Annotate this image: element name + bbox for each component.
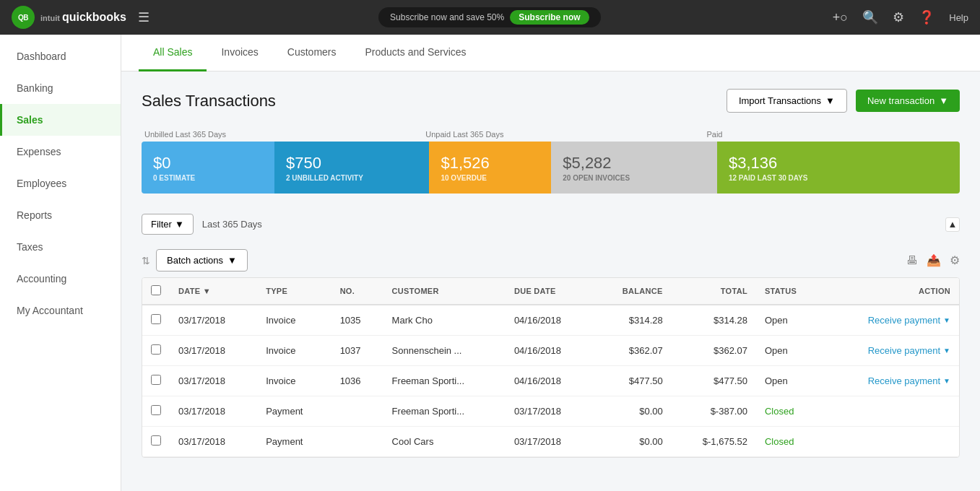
card-overdue[interactable]: $1,526 10 OVERDUE xyxy=(429,142,551,194)
cell-action: Receive payment ▼ xyxy=(823,305,959,336)
logo-icon: QB xyxy=(12,6,35,29)
cell-customer: Cool Cars xyxy=(383,427,506,457)
tab-invoices[interactable]: Invoices xyxy=(207,35,272,71)
top-nav-right: +○ 🔍 ⚙ ❓ Help xyxy=(833,9,968,25)
content-area: Sales Transactions Import Transactions ▼… xyxy=(121,71,980,475)
sort-icon[interactable]: ⇅ xyxy=(142,255,150,266)
filter-arrow-icon: ▼ xyxy=(175,219,184,230)
hamburger-menu[interactable]: ☰ xyxy=(138,9,149,25)
cell-date: 03/17/2018 xyxy=(170,336,257,366)
main-layout: Dashboard Banking Sales Expenses Employe… xyxy=(0,35,980,491)
add-icon[interactable]: +○ xyxy=(833,10,848,25)
cell-balance: $477.50 xyxy=(593,366,672,396)
card-unbilled[interactable]: $750 2 UNBILLED ACTIVITY xyxy=(274,142,429,194)
row-checkbox[interactable] xyxy=(151,344,161,355)
sidebar-item-banking[interactable]: Banking xyxy=(0,72,121,104)
receive-payment-action[interactable]: Receive payment ▼ xyxy=(868,375,950,386)
sidebar-item-my-accountant[interactable]: My Accountant xyxy=(0,295,121,326)
cell-type: Invoice xyxy=(257,305,331,336)
sidebar-item-dashboard[interactable]: Dashboard xyxy=(0,40,121,72)
tabs-bar: All Sales Invoices Customers Products an… xyxy=(121,35,980,71)
sidebar-item-reports[interactable]: Reports xyxy=(0,199,121,231)
card-overdue-label: 10 OVERDUE xyxy=(441,174,539,182)
card-estimate[interactable]: $0 0 ESTIMATE xyxy=(142,142,274,194)
col-due-date: DUE DATE xyxy=(506,278,593,305)
row-checkbox-cell[interactable] xyxy=(142,366,170,396)
sidebar-item-employees[interactable]: Employees xyxy=(0,168,121,199)
cell-no: 1035 xyxy=(331,305,383,336)
filter-row: Filter ▼ Last 365 Days ▲ xyxy=(142,214,960,235)
print-icon[interactable]: 🖶 xyxy=(906,254,918,267)
card-open-invoices[interactable]: $5,282 20 OPEN INVOICES xyxy=(551,142,717,194)
sidebar-item-sales[interactable]: Sales xyxy=(0,104,121,136)
cell-action: Receive payment ▼ xyxy=(823,366,959,396)
cell-type: Invoice xyxy=(257,366,331,396)
col-balance: BALANCE xyxy=(593,278,672,305)
cell-no xyxy=(331,396,383,427)
table-body: 03/17/2018 Invoice 1035 Mark Cho 04/16/2… xyxy=(142,305,959,457)
batch-actions-button[interactable]: Batch actions ▼ xyxy=(156,249,248,271)
help-label[interactable]: Help xyxy=(949,12,968,23)
new-transaction-button[interactable]: New transaction ▼ xyxy=(856,90,960,112)
row-checkbox[interactable] xyxy=(151,375,161,385)
card-overdue-amount: $1,526 xyxy=(441,154,539,173)
batch-arrow-icon: ▼ xyxy=(227,255,237,266)
cell-type: Payment xyxy=(257,396,331,427)
sidebar-item-accounting[interactable]: Accounting xyxy=(0,263,121,295)
logo-area: QB intuit quickbooks xyxy=(12,6,126,29)
card-paid[interactable]: $3,136 12 PAID LAST 30 DAYS xyxy=(717,142,960,194)
collapse-button[interactable]: ▲ xyxy=(945,217,960,232)
tab-all-sales[interactable]: All Sales xyxy=(139,35,207,71)
receive-payment-action[interactable]: Receive payment ▼ xyxy=(868,315,950,326)
action-chevron-icon: ▼ xyxy=(943,377,950,385)
filter-period: Last 365 Days xyxy=(202,219,262,230)
gear-icon[interactable]: ⚙ xyxy=(893,9,904,25)
row-checkbox[interactable] xyxy=(151,405,161,415)
dropdown-arrow-icon: ▼ xyxy=(939,95,948,106)
row-checkbox-cell[interactable] xyxy=(142,427,170,457)
cell-customer: Freeman Sporti... xyxy=(383,366,506,396)
cell-status: Open xyxy=(756,366,823,396)
tab-customers[interactable]: Customers xyxy=(273,35,351,71)
col-date[interactable]: DATE ▼ xyxy=(170,278,257,305)
import-transactions-button[interactable]: Import Transactions ▼ xyxy=(727,89,847,113)
table-toolbar-left: ⇅ Batch actions ▼ xyxy=(142,249,248,271)
filter-button[interactable]: Filter ▼ xyxy=(142,214,194,235)
summary-labels: Unbilled Last 365 Days Unpaid Last 365 D… xyxy=(142,130,960,139)
col-customer: CUSTOMER xyxy=(383,278,506,305)
cell-balance: $314.28 xyxy=(593,305,672,336)
cell-total: $314.28 xyxy=(672,305,756,336)
row-checkbox[interactable] xyxy=(151,314,161,324)
export-icon[interactable]: 📤 xyxy=(927,253,941,267)
row-checkbox-cell[interactable] xyxy=(142,305,170,336)
row-checkbox-cell[interactable] xyxy=(142,336,170,366)
cell-type: Invoice xyxy=(257,336,331,366)
sidebar-item-expenses[interactable]: Expenses xyxy=(0,136,121,168)
action-chevron-icon: ▼ xyxy=(943,316,950,324)
cell-date: 03/17/2018 xyxy=(170,305,257,336)
cell-total: $477.50 xyxy=(672,366,756,396)
transactions-table-container: DATE ▼ TYPE NO. CUSTOMER DUE DATE BALANC… xyxy=(142,277,960,458)
cell-action xyxy=(823,396,959,427)
card-estimate-amount: $0 xyxy=(153,154,263,173)
cell-customer: Mark Cho xyxy=(383,305,506,336)
row-checkbox[interactable] xyxy=(151,435,161,446)
row-checkbox-cell[interactable] xyxy=(142,396,170,427)
cell-status: Open xyxy=(756,305,823,336)
svg-text:QB: QB xyxy=(18,14,28,22)
receive-payment-action[interactable]: Receive payment ▼ xyxy=(868,345,950,356)
header-select-all[interactable] xyxy=(142,278,170,305)
sidebar-item-taxes[interactable]: Taxes xyxy=(0,231,121,263)
col-status: STATUS xyxy=(756,278,823,305)
select-all-checkbox[interactable] xyxy=(151,285,161,295)
help-icon[interactable]: ❓ xyxy=(919,9,935,25)
cell-date: 03/17/2018 xyxy=(170,396,257,427)
cell-status: Closed xyxy=(756,427,823,457)
search-icon[interactable]: 🔍 xyxy=(862,9,878,25)
subscribe-button[interactable]: Subscribe now xyxy=(510,10,589,25)
settings-icon[interactable]: ⚙ xyxy=(950,253,960,267)
promo-banner: Subscribe now and save 50% Subscribe now xyxy=(158,7,821,27)
cell-due-date: 04/16/2018 xyxy=(506,305,593,336)
col-no: NO. xyxy=(331,278,383,305)
tab-products-services[interactable]: Products and Services xyxy=(351,35,481,71)
